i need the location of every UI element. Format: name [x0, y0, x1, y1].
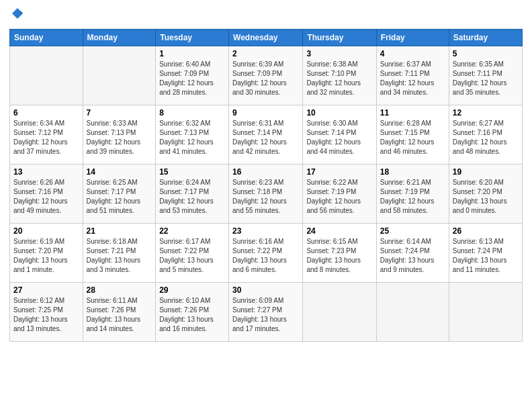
calendar-week-5: 27Sunrise: 6:12 AM Sunset: 7:25 PM Dayli… — [10, 282, 523, 341]
day-number: 27 — [13, 285, 79, 295]
day-number: 15 — [159, 167, 225, 177]
calendar-cell: 4Sunrise: 6:37 AM Sunset: 7:11 PM Daylig… — [376, 46, 449, 105]
day-header-thursday: Thursday — [303, 29, 376, 46]
day-number: 1 — [159, 49, 225, 58]
calendar-week-2: 6Sunrise: 6:34 AM Sunset: 7:12 PM Daylig… — [10, 105, 523, 164]
calendar-cell: 26Sunrise: 6:13 AM Sunset: 7:24 PM Dayli… — [449, 223, 522, 282]
day-number: 12 — [453, 108, 519, 118]
day-number: 14 — [87, 167, 152, 177]
day-info: Sunrise: 6:25 AM Sunset: 7:17 PM Dayligh… — [87, 178, 152, 216]
day-info: Sunrise: 6:27 AM Sunset: 7:16 PM Dayligh… — [453, 119, 519, 156]
day-number: 8 — [159, 108, 225, 118]
day-number: 18 — [380, 167, 445, 177]
day-number: 22 — [159, 226, 225, 236]
day-number: 19 — [453, 167, 519, 177]
calendar-cell: 17Sunrise: 6:22 AM Sunset: 7:19 PM Dayli… — [303, 164, 376, 223]
day-number: 20 — [13, 226, 79, 236]
day-number: 9 — [232, 108, 299, 118]
calendar-cell: 19Sunrise: 6:20 AM Sunset: 7:20 PM Dayli… — [449, 164, 522, 223]
day-info: Sunrise: 6:24 AM Sunset: 7:17 PM Dayligh… — [159, 178, 225, 216]
day-number: 2 — [232, 49, 299, 58]
day-info: Sunrise: 6:16 AM Sunset: 7:22 PM Dayligh… — [232, 237, 299, 275]
day-info: Sunrise: 6:19 AM Sunset: 7:20 PM Dayligh… — [13, 237, 79, 275]
calendar-cell: 8Sunrise: 6:32 AM Sunset: 7:13 PM Daylig… — [156, 105, 229, 164]
day-info: Sunrise: 6:23 AM Sunset: 7:18 PM Dayligh… — [232, 178, 299, 216]
calendar-cell: 14Sunrise: 6:25 AM Sunset: 7:17 PM Dayli… — [83, 164, 156, 223]
calendar-cell: 6Sunrise: 6:34 AM Sunset: 7:12 PM Daylig… — [10, 105, 83, 164]
day-info: Sunrise: 6:10 AM Sunset: 7:26 PM Dayligh… — [159, 296, 225, 334]
logo-icon — [11, 7, 24, 20]
calendar-cell: 11Sunrise: 6:28 AM Sunset: 7:15 PM Dayli… — [376, 105, 449, 164]
calendar-cell: 27Sunrise: 6:12 AM Sunset: 7:25 PM Dayli… — [10, 282, 83, 341]
day-number: 3 — [306, 49, 372, 58]
calendar-cell: 16Sunrise: 6:23 AM Sunset: 7:18 PM Dayli… — [229, 164, 303, 223]
calendar-week-3: 13Sunrise: 6:26 AM Sunset: 7:16 PM Dayli… — [10, 164, 523, 223]
day-number: 26 — [453, 226, 519, 236]
calendar-cell: 5Sunrise: 6:35 AM Sunset: 7:11 PM Daylig… — [449, 46, 522, 105]
calendar-cell — [303, 282, 376, 341]
day-info: Sunrise: 6:31 AM Sunset: 7:14 PM Dayligh… — [232, 119, 299, 156]
day-info: Sunrise: 6:39 AM Sunset: 7:09 PM Dayligh… — [232, 60, 299, 97]
calendar-cell: 9Sunrise: 6:31 AM Sunset: 7:14 PM Daylig… — [229, 105, 303, 164]
day-number: 10 — [306, 108, 372, 118]
day-header-tuesday: Tuesday — [156, 29, 229, 46]
day-header-wednesday: Wednesday — [229, 29, 303, 46]
calendar-cell: 10Sunrise: 6:30 AM Sunset: 7:14 PM Dayli… — [303, 105, 376, 164]
day-info: Sunrise: 6:15 AM Sunset: 7:23 PM Dayligh… — [306, 237, 372, 275]
day-info: Sunrise: 6:21 AM Sunset: 7:19 PM Dayligh… — [380, 178, 445, 216]
calendar-week-1: 1Sunrise: 6:40 AM Sunset: 7:09 PM Daylig… — [10, 46, 523, 105]
day-number: 5 — [453, 49, 519, 58]
day-info: Sunrise: 6:28 AM Sunset: 7:15 PM Dayligh… — [380, 119, 445, 156]
calendar-body: 1Sunrise: 6:40 AM Sunset: 7:09 PM Daylig… — [10, 46, 523, 341]
day-number: 13 — [13, 167, 79, 177]
day-info: Sunrise: 6:30 AM Sunset: 7:14 PM Dayligh… — [306, 119, 372, 156]
day-info: Sunrise: 6:35 AM Sunset: 7:11 PM Dayligh… — [453, 60, 519, 97]
day-info: Sunrise: 6:32 AM Sunset: 7:13 PM Dayligh… — [159, 119, 225, 156]
logo-text — [9, 7, 24, 24]
calendar-week-4: 20Sunrise: 6:19 AM Sunset: 7:20 PM Dayli… — [10, 223, 523, 282]
day-number: 17 — [306, 167, 372, 177]
day-header-friday: Friday — [376, 29, 449, 46]
day-info: Sunrise: 6:34 AM Sunset: 7:12 PM Dayligh… — [13, 119, 79, 156]
day-number: 29 — [159, 285, 225, 295]
day-number: 16 — [232, 167, 299, 177]
day-info: Sunrise: 6:22 AM Sunset: 7:19 PM Dayligh… — [306, 178, 372, 216]
day-number: 24 — [306, 226, 372, 236]
day-number: 21 — [87, 226, 152, 236]
calendar-cell — [83, 46, 156, 105]
day-info: Sunrise: 6:09 AM Sunset: 7:27 PM Dayligh… — [232, 296, 299, 334]
calendar-cell: 30Sunrise: 6:09 AM Sunset: 7:27 PM Dayli… — [229, 282, 303, 341]
day-info: Sunrise: 6:12 AM Sunset: 7:25 PM Dayligh… — [13, 296, 79, 334]
calendar-cell: 15Sunrise: 6:24 AM Sunset: 7:17 PM Dayli… — [156, 164, 229, 223]
calendar-table: SundayMondayTuesdayWednesdayThursdayFrid… — [9, 29, 523, 342]
calendar-cell: 2Sunrise: 6:39 AM Sunset: 7:09 PM Daylig… — [229, 46, 303, 105]
days-header-row: SundayMondayTuesdayWednesdayThursdayFrid… — [10, 29, 523, 46]
calendar-cell: 22Sunrise: 6:17 AM Sunset: 7:22 PM Dayli… — [156, 223, 229, 282]
calendar-cell: 21Sunrise: 6:18 AM Sunset: 7:21 PM Dayli… — [83, 223, 156, 282]
calendar-cell: 29Sunrise: 6:10 AM Sunset: 7:26 PM Dayli… — [156, 282, 229, 341]
day-info: Sunrise: 6:13 AM Sunset: 7:24 PM Dayligh… — [453, 237, 519, 275]
calendar-cell: 24Sunrise: 6:15 AM Sunset: 7:23 PM Dayli… — [303, 223, 376, 282]
day-number: 25 — [380, 226, 445, 236]
day-number: 7 — [87, 108, 152, 118]
day-info: Sunrise: 6:11 AM Sunset: 7:26 PM Dayligh… — [87, 296, 152, 334]
day-info: Sunrise: 6:18 AM Sunset: 7:21 PM Dayligh… — [87, 237, 152, 275]
calendar-cell — [376, 282, 449, 341]
day-info: Sunrise: 6:26 AM Sunset: 7:16 PM Dayligh… — [13, 178, 79, 216]
day-number: 11 — [380, 108, 445, 118]
day-number: 23 — [232, 226, 299, 236]
day-number: 30 — [232, 285, 299, 295]
calendar-cell: 23Sunrise: 6:16 AM Sunset: 7:22 PM Dayli… — [229, 223, 303, 282]
calendar-cell: 7Sunrise: 6:33 AM Sunset: 7:13 PM Daylig… — [83, 105, 156, 164]
calendar-cell: 25Sunrise: 6:14 AM Sunset: 7:24 PM Dayli… — [376, 223, 449, 282]
day-header-monday: Monday — [83, 29, 156, 46]
day-number: 6 — [13, 108, 79, 118]
day-info: Sunrise: 6:40 AM Sunset: 7:09 PM Dayligh… — [159, 60, 225, 97]
day-info: Sunrise: 6:37 AM Sunset: 7:11 PM Dayligh… — [380, 60, 445, 97]
logo — [9, 7, 24, 24]
calendar-cell — [10, 46, 83, 105]
day-info: Sunrise: 6:38 AM Sunset: 7:10 PM Dayligh… — [306, 60, 372, 97]
calendar-cell: 28Sunrise: 6:11 AM Sunset: 7:26 PM Dayli… — [83, 282, 156, 341]
main-container: SundayMondayTuesdayWednesdayThursdayFrid… — [0, 0, 532, 347]
day-header-saturday: Saturday — [449, 29, 522, 46]
